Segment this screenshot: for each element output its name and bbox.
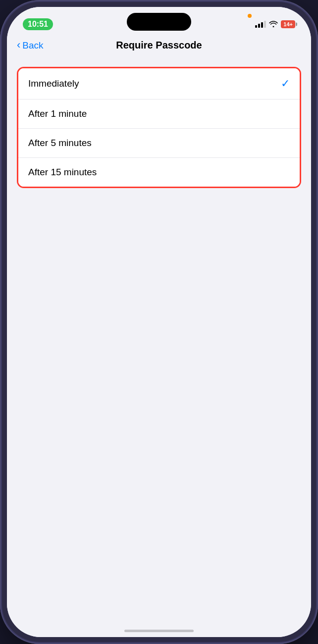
nav-bar: ‹ Back Require Passcode — [7, 36, 311, 57]
status-icons: 14+ — [255, 20, 295, 29]
dynamic-island — [127, 13, 191, 31]
option-label-immediately: Immediately — [28, 78, 79, 89]
wifi-icon — [269, 20, 278, 29]
option-label-after-5-minutes: After 5 minutes — [28, 138, 92, 149]
page-title: Require Passcode — [116, 40, 202, 51]
screen: 10:51 — [7, 7, 311, 637]
signal-icon — [255, 21, 266, 28]
content-area: Immediately ✓ After 1 minute After 5 min… — [7, 57, 311, 637]
list-item[interactable]: After 1 minute — [18, 99, 300, 129]
status-time: 10:51 — [23, 18, 53, 30]
list-item[interactable]: After 5 minutes — [18, 129, 300, 158]
battery-icon: 14+ — [281, 20, 295, 28]
option-label-after-1-minute: After 1 minute — [28, 108, 87, 119]
phone-frame: 10:51 — [0, 0, 318, 644]
back-label: Back — [22, 40, 43, 51]
back-button[interactable]: ‹ Back — [17, 40, 44, 51]
passcode-options-group: Immediately ✓ After 1 minute After 5 min… — [17, 67, 301, 188]
home-indicator — [124, 630, 194, 632]
status-bar: 10:51 — [7, 7, 311, 36]
option-label-after-15-minutes: After 15 minutes — [28, 167, 97, 178]
checkmark-icon: ✓ — [281, 77, 290, 90]
back-chevron-icon: ‹ — [17, 40, 20, 50]
list-item[interactable]: After 15 minutes — [18, 158, 300, 187]
orange-dot — [248, 14, 252, 18]
list-item[interactable]: Immediately ✓ — [18, 68, 300, 99]
